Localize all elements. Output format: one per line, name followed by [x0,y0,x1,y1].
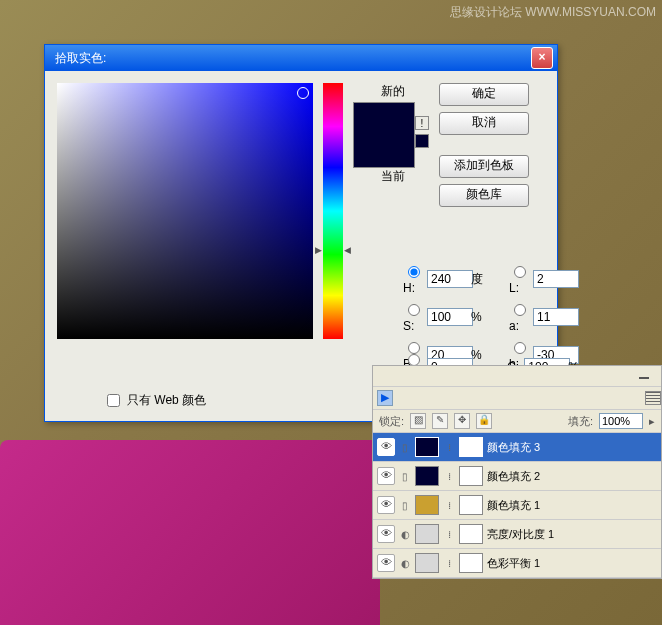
minimize-icon[interactable] [639,374,649,379]
layer-mask[interactable] [459,466,483,486]
link-icon[interactable]: ▯ [399,500,411,511]
layer-thumb[interactable] [415,437,439,457]
hue-slider-arrow: ◀ [344,245,351,255]
layers-panel: ▶ 锁定: ▨ ✎ ✥ 🔒 填充: ▸ 👁 ▯ ⁞ 颜色填充 3👁 ▯ ⁞ 颜色… [372,365,662,579]
link-icon[interactable]: ▯ [399,471,411,482]
hue-slider-arrow: ▶ [315,245,322,255]
current-color-swatch[interactable] [354,135,414,167]
layer-mask[interactable] [459,495,483,515]
l-label: L: [509,281,519,295]
layer-mask[interactable] [459,524,483,544]
layer-mask[interactable] [459,437,483,457]
new-color-label: 新的 [353,83,433,100]
lock-position-icon[interactable]: ✥ [454,413,470,429]
visibility-icon[interactable]: 👁 [377,525,395,543]
visibility-icon[interactable]: 👁 [377,467,395,485]
web-only-checkbox[interactable] [107,394,120,407]
a-input[interactable] [533,308,579,326]
layer-name: 颜色填充 2 [487,469,540,484]
link-icon: ⁞ [443,558,455,569]
gamut-warning-icon[interactable]: ! [415,116,429,130]
layer-row[interactable]: 👁 ◐ ⁞ 亮度/对比度 1 [373,520,661,549]
layer-thumb[interactable] [415,553,439,573]
s-radio[interactable] [408,304,420,316]
s-label: S: [403,319,414,333]
layer-name: 颜色填充 1 [487,498,540,513]
color-field[interactable] [57,83,313,339]
layer-thumb[interactable] [415,495,439,515]
watermark: 思缘设计论坛 WWW.MISSYUAN.COM [450,4,656,21]
color-library-button[interactable]: 颜色库 [439,184,529,207]
link-icon: ⁞ [443,529,455,540]
lock-transparent-icon[interactable]: ▨ [410,413,426,429]
link-icon: ⁞ [443,500,455,511]
close-icon[interactable]: × [531,47,553,69]
a-radio[interactable] [514,304,526,316]
gamut-swatch[interactable] [415,134,429,148]
layer-name: 亮度/对比度 1 [487,527,554,542]
visibility-icon[interactable]: 👁 [377,554,395,572]
cancel-button[interactable]: 取消 [439,112,529,135]
link-icon[interactable]: ▯ [399,442,411,453]
tab-arrow-icon[interactable]: ▶ [377,390,393,406]
lock-pixels-icon[interactable]: ✎ [432,413,448,429]
link-icon: ⁞ [443,442,455,453]
h-radio[interactable] [408,266,420,278]
layer-name: 颜色填充 3 [487,440,540,455]
l-input[interactable] [533,270,579,288]
layer-name: 色彩平衡 1 [487,556,540,571]
fill-label: 填充: [568,414,593,429]
s-input[interactable] [427,308,473,326]
chevron-right-icon[interactable]: ▸ [649,415,655,428]
link-icon[interactable]: ◐ [399,529,411,540]
dialog-title: 拾取实色: [49,50,531,67]
h-label: H: [403,281,415,295]
pct-label: % [471,310,483,324]
ok-button[interactable]: 确定 [439,83,529,106]
h-input[interactable] [427,270,473,288]
l-radio[interactable] [514,266,526,278]
visibility-icon[interactable]: 👁 [377,438,395,456]
add-swatch-button[interactable]: 添加到色板 [439,155,529,178]
layer-mask[interactable] [459,553,483,573]
a-label: a: [509,319,519,333]
deg-label: 度 [471,271,483,288]
layer-thumb[interactable] [415,466,439,486]
titlebar[interactable]: 拾取实色: × [45,45,557,71]
lock-all-icon[interactable]: 🔒 [476,413,492,429]
layer-row[interactable]: 👁 ◐ ⁞ 色彩平衡 1 [373,549,661,578]
current-color-label: 当前 [353,168,433,185]
web-only-label: 只有 Web 颜色 [127,392,206,409]
layer-thumb[interactable] [415,524,439,544]
visibility-icon[interactable]: 👁 [377,496,395,514]
hue-strip[interactable] [323,83,343,339]
layer-row[interactable]: 👁 ▯ ⁞ 颜色填充 3 [373,433,661,462]
panel-menu-icon[interactable] [645,391,661,405]
layer-row[interactable]: 👁 ▯ ⁞ 颜色填充 2 [373,462,661,491]
layer-row[interactable]: 👁 ▯ ⁞ 颜色填充 1 [373,491,661,520]
lock-label: 锁定: [379,414,404,429]
link-icon: ⁞ [443,471,455,482]
link-icon[interactable]: ◐ [399,558,411,569]
new-color-swatch [354,103,414,135]
fill-input[interactable] [599,413,643,429]
